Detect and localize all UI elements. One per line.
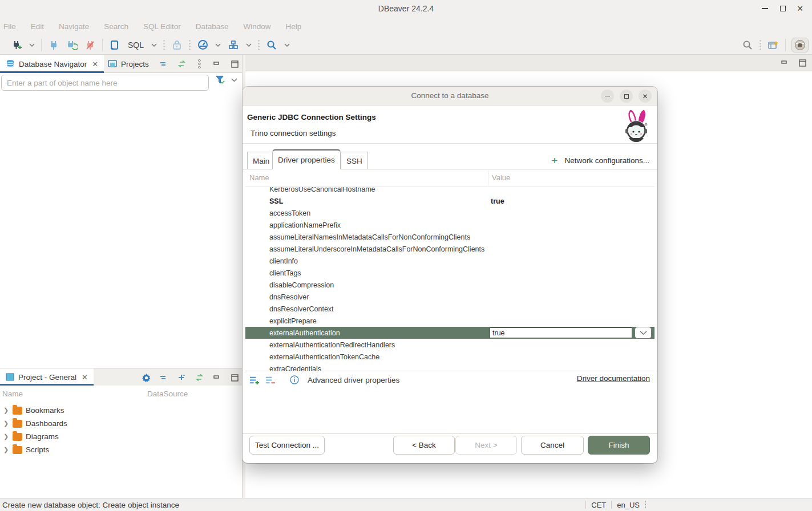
new-connection-icon[interactable]	[10, 39, 23, 51]
menu-item[interactable]: SQL Editor	[143, 22, 181, 31]
table-viewport[interactable]: KerberosUseCanonicalHostname SSL true ac…	[245, 186, 655, 371]
global-search-icon[interactable]	[741, 39, 754, 51]
chevron-right-icon[interactable]: ❯	[3, 420, 9, 427]
lock-icon[interactable]	[171, 39, 183, 51]
tab-database-navigator[interactable]: Database Navigator ✕	[0, 55, 104, 73]
window-minimize-button[interactable]	[757, 2, 772, 15]
property-row[interactable]: dnsResolverContext	[245, 303, 655, 315]
tree-item[interactable]: ❯ Scripts	[0, 443, 242, 456]
toolbar-search-icon[interactable]	[265, 39, 278, 51]
column-name[interactable]: Name	[249, 173, 269, 182]
tab-projects[interactable]: Projects	[102, 55, 155, 73]
expand-all-icon[interactable]	[176, 372, 187, 383]
property-row[interactable]: dnsResolver	[245, 291, 655, 303]
menu-item[interactable]: Window	[243, 22, 270, 31]
collapse-all-icon[interactable]	[159, 372, 169, 383]
tab-ssh[interactable]: SSH	[341, 152, 368, 169]
window-close-button[interactable]: ✕	[793, 2, 807, 15]
data-transfer-icon[interactable]	[227, 39, 240, 51]
locale-indicator[interactable]: en_US	[617, 501, 640, 509]
tree-item[interactable]: ❯ Diagrams	[0, 430, 242, 443]
panel-maximize-icon[interactable]	[229, 59, 240, 69]
network-configurations-button[interactable]: + Network configurations...	[551, 155, 649, 166]
collapse-all-icon[interactable]	[159, 59, 169, 69]
finish-button[interactable]: Finish	[588, 436, 650, 455]
menu-item[interactable]: Navigate	[59, 22, 89, 31]
dashboard-icon[interactable]	[196, 39, 209, 51]
property-row[interactable]: externalAuthenticationTokenCache	[245, 351, 655, 363]
reconnect-icon[interactable]	[66, 39, 78, 51]
dialog-close-button[interactable]: ✕	[639, 90, 652, 103]
property-row[interactable]: applicationNamePrefix	[245, 219, 655, 231]
sql-editor-icon[interactable]	[108, 39, 121, 51]
window-maximize-button[interactable]	[775, 2, 790, 15]
dashboard-dropdown-icon[interactable]	[215, 42, 221, 48]
new-connection-dropdown-icon[interactable]	[29, 42, 35, 48]
disconnect-icon[interactable]	[84, 39, 96, 51]
view-menu-icon[interactable]	[194, 59, 204, 69]
tab-project-general[interactable]: Project - General ✕	[0, 368, 94, 386]
link-with-editor-icon[interactable]	[194, 372, 204, 383]
property-row-selected[interactable]: externalAuthentication	[245, 327, 655, 339]
property-row[interactable]: assumeLiteralUnderscoreInMetadataCallsFo…	[245, 243, 655, 255]
tab-close-icon[interactable]: ✕	[82, 373, 88, 382]
property-value-editor[interactable]	[490, 327, 632, 338]
connect-icon[interactable]	[47, 39, 60, 51]
editor-maximize-icon[interactable]	[797, 58, 807, 68]
sql-editor-dropdown-icon[interactable]	[151, 42, 157, 48]
remove-property-icon[interactable]	[265, 375, 276, 385]
menu-item[interactable]: Database	[196, 22, 229, 31]
dialog-heading: Generic JDBC Connection Settings	[247, 113, 376, 121]
editor-minimize-icon[interactable]	[779, 58, 790, 68]
property-row[interactable]: explicitPrepare	[245, 315, 655, 327]
link-with-editor-icon[interactable]	[176, 59, 187, 69]
back-button[interactable]: < Back	[393, 436, 455, 455]
tab-driver-properties[interactable]: Driver properties	[272, 149, 341, 169]
chevron-right-icon[interactable]: ❯	[3, 433, 9, 440]
property-row[interactable]: clientInfo	[245, 255, 655, 267]
tab-close-icon[interactable]: ✕	[92, 60, 98, 68]
menu-item[interactable]: Search	[104, 22, 128, 31]
property-row[interactable]: clientTags	[245, 267, 655, 279]
column-datasource[interactable]: DataSource	[147, 390, 188, 398]
property-name: dnsResolverContext	[245, 305, 488, 313]
test-connection-button[interactable]: Test Connection ...	[249, 436, 325, 455]
dialog-maximize-button[interactable]	[620, 90, 633, 103]
dialog-titlebar[interactable]: Connect to a database ✕	[243, 87, 657, 106]
chevron-right-icon[interactable]: ❯	[3, 407, 9, 414]
chevron-right-icon[interactable]: ❯	[3, 446, 9, 453]
property-row[interactable]: disableCompression	[245, 279, 655, 291]
property-row[interactable]: assumeLiteralNamesInMetadataCallsForNonC…	[245, 231, 655, 243]
gear-icon[interactable]	[141, 372, 151, 383]
tree-item[interactable]: ❯ Bookmarks	[0, 404, 242, 417]
filter-icon[interactable]	[215, 75, 225, 85]
panel-maximize-icon[interactable]	[229, 372, 240, 383]
property-row[interactable]: KerberosUseCanonicalHostname	[245, 186, 655, 195]
menu-item[interactable]: File	[3, 22, 16, 31]
property-row[interactable]: accessToken	[245, 207, 655, 219]
column-name[interactable]: Name	[2, 390, 23, 398]
data-transfer-dropdown-icon[interactable]	[245, 42, 252, 48]
object-filter-input[interactable]	[1, 75, 209, 91]
property-row[interactable]: externalAuthenticationRedirectHandlers	[245, 339, 655, 351]
driver-documentation-link[interactable]: Driver documentation	[577, 374, 650, 383]
property-row[interactable]: extraCredentials	[245, 363, 655, 371]
timezone-indicator[interactable]: CET	[591, 501, 606, 509]
add-property-icon[interactable]	[249, 375, 260, 385]
sql-editor-label[interactable]: SQL	[128, 40, 144, 50]
menu-item[interactable]: Edit	[31, 22, 44, 31]
tab-main[interactable]: Main	[247, 152, 275, 169]
cancel-button[interactable]: Cancel	[521, 436, 584, 455]
filter-dropdown-icon[interactable]	[231, 76, 237, 83]
perspective-icon[interactable]	[767, 39, 779, 51]
user-avatar-button[interactable]	[791, 38, 809, 52]
value-dropdown-button[interactable]	[635, 327, 652, 339]
property-row[interactable]: SSL true	[245, 195, 655, 207]
tree-item[interactable]: ❯ Dashboards	[0, 417, 242, 430]
menu-item[interactable]: Help	[285, 22, 301, 31]
dialog-minimize-button[interactable]	[601, 90, 614, 103]
panel-minimize-icon[interactable]	[212, 372, 222, 383]
column-value[interactable]: Value	[492, 173, 510, 182]
toolbar-search-dropdown-icon[interactable]	[284, 42, 290, 48]
panel-minimize-icon[interactable]	[212, 59, 222, 69]
